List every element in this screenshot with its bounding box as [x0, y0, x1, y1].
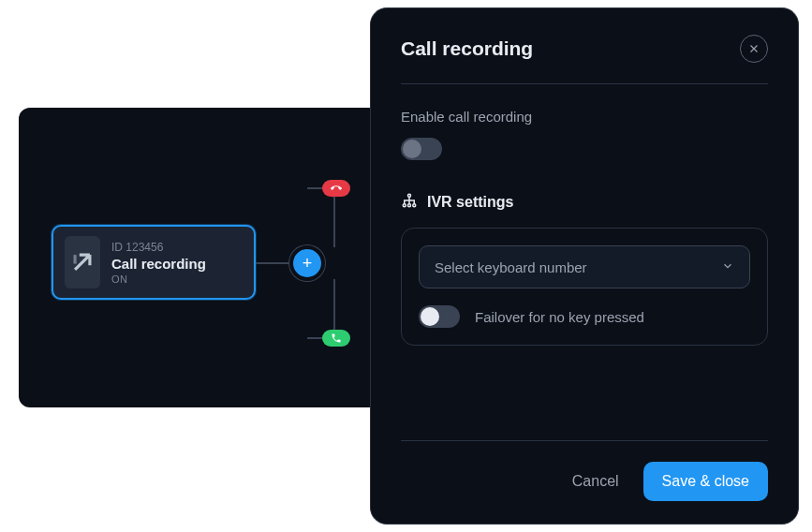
failover-toggle[interactable] [419, 305, 460, 328]
node-text: ID 123456 Call recording ON [111, 241, 206, 285]
svg-point-2 [408, 204, 411, 207]
modal-footer: Cancel Save & close [401, 440, 768, 501]
call-recording-modal: Call recording Enable call recording IVR… [370, 7, 799, 525]
cancel-button[interactable]: Cancel [565, 464, 627, 499]
failover-label: Failover for no key pressed [475, 309, 644, 325]
chevron-down-icon [721, 259, 734, 275]
select-placeholder: Select keyboard number [435, 259, 587, 275]
add-step-button[interactable]: + [289, 245, 325, 281]
keyboard-number-select[interactable]: Select keyboard number [419, 245, 750, 288]
split-arrow-icon [65, 236, 100, 288]
hangup-branch-pill[interactable] [322, 180, 350, 197]
svg-point-3 [413, 204, 416, 207]
modal-header: Call recording [401, 35, 768, 84]
svg-point-1 [403, 204, 406, 207]
svg-point-0 [408, 194, 411, 197]
enable-recording-toggle[interactable] [401, 138, 442, 160]
modal-body: Enable call recording IVR settings Selec… [401, 84, 768, 440]
ivr-settings-box: Select keyboard number Failover for no k… [401, 228, 768, 346]
save-close-button[interactable]: Save & close [643, 462, 768, 501]
connector-line [256, 262, 289, 264]
ivr-tree-icon [401, 192, 418, 213]
node-id: ID 123456 [111, 241, 206, 254]
node-status: ON [111, 273, 206, 285]
node-title: Call recording [111, 256, 206, 272]
enable-recording-label: Enable call recording [401, 109, 768, 125]
modal-title: Call recording [401, 37, 533, 60]
call-recording-node[interactable]: ID 123456 Call recording ON [52, 225, 256, 300]
close-button[interactable] [740, 35, 768, 63]
answer-branch-pill[interactable] [322, 330, 350, 347]
toggle-knob [421, 307, 439, 326]
toggle-knob [403, 140, 421, 158]
ivr-heading-text: IVR settings [427, 194, 513, 211]
failover-row: Failover for no key pressed [419, 305, 750, 328]
ivr-settings-heading: IVR settings [401, 192, 768, 213]
